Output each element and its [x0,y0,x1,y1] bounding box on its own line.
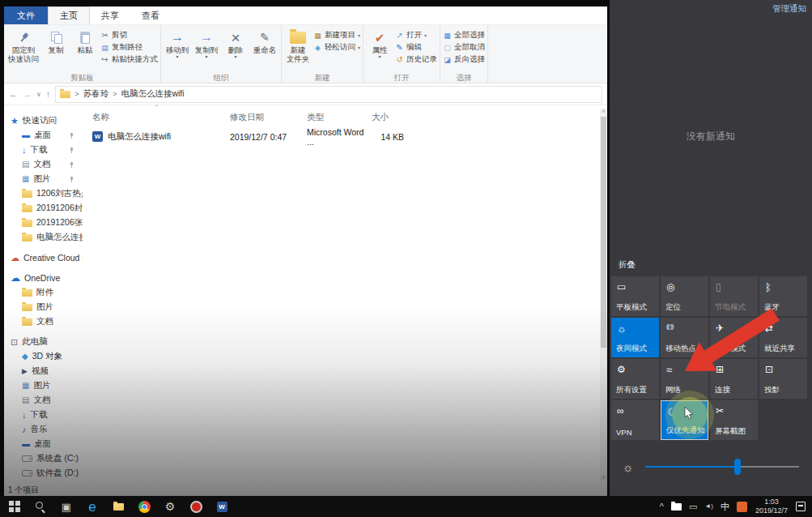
sidebar-item-pictures-pinned[interactable]: ▦图片 [4,172,83,186]
sidebar-item-quick-access[interactable]: ★快速访问 [4,113,83,128]
easy-access-button[interactable]: ◈轻松访问▾ [313,41,360,53]
sidebar-item-documents[interactable]: ▤文档 [4,393,83,408]
edit-button[interactable]: ✎编辑 [395,41,437,53]
quick-action-tablet-mode[interactable]: ▭平板模式 [611,276,659,316]
sidebar-item-desktop[interactable]: ▬桌面 [4,437,83,451]
search-button[interactable] [28,496,53,517]
sidebar-item-onedrive-pictures[interactable]: 图片 [4,300,83,314]
quick-action-connect[interactable]: ⊞连接 [710,359,758,399]
brightness-slider-thumb[interactable] [734,459,741,475]
column-header-0[interactable]: 名称 [92,112,230,123]
delete-button[interactable]: ×删除▾ [222,27,249,59]
brightness-row: ☼ [610,456,812,477]
quick-action-mobile-hotspot[interactable]: ((·))移动热点 [661,318,708,357]
quick-action-night-mode[interactable]: ☼夜间模式 [611,318,659,357]
quick-action-screen-snip[interactable]: ✂屏幕截图 [710,400,758,440]
tab-file[interactable]: 文件 [4,6,48,24]
copy-to-button[interactable]: →复制到▾ [193,27,220,59]
quick-action-priority-only[interactable]: ☾仅优先通知 [661,400,708,440]
paste-shortcut-button[interactable]: ↪粘贴快捷方式 [100,53,158,66]
taskbar-clock[interactable]: 1:03 2019/12/7 [752,498,791,516]
desktop-icon: ▬ [22,440,30,448]
word-button[interactable] [209,496,235,517]
sidebar-item-onedrive-documents[interactable]: 文档 [4,314,83,329]
manage-notifications-link[interactable]: 管理通知 [772,3,806,15]
quick-action-battery-saver[interactable]: ▯节电模式 [710,276,758,316]
tray-chevron[interactable]: ^ [660,502,664,511]
sidebar-item-d-drive[interactable]: 软件盘 (D:) [4,466,83,481]
sidebar-item-folder-wifi[interactable]: 电脑怎么连接wif [4,230,83,245]
quick-action-bluetooth[interactable]: ᛒ蓝牙 [759,276,807,316]
select-all-button[interactable]: ▦全部选择 [443,29,485,41]
move-to-button[interactable]: →移动到▾ [164,27,191,59]
sort-ascending-icon[interactable]: ˆ [155,104,158,112]
select-none-button[interactable]: ▢全部取消 [443,41,485,53]
column-header-3[interactable]: 大小 [372,112,414,123]
quick-action-airplane-mode[interactable]: ✈飞行模式 [710,318,758,357]
tray-volume[interactable]: ◄) [704,503,713,510]
file-row[interactable]: 电脑怎么连接wifi2019/12/7 0:47Microsoft Word .… [92,126,607,147]
recent-locations-icon[interactable]: ∨ [36,91,41,98]
tray-folder[interactable] [671,503,682,511]
task-view-button[interactable]: ▣ [53,496,79,517]
quick-action-project[interactable]: ⊡投影 [759,359,807,399]
action-center-icon[interactable] [791,502,810,511]
start-button[interactable] [2,496,28,517]
quick-action-location[interactable]: ◎定位 [661,276,708,316]
recorder-button[interactable] [183,496,209,517]
column-header-1[interactable]: 修改日期 [230,112,307,123]
edge-button[interactable]: e [79,496,105,517]
up-icon[interactable]: ↑ [46,89,51,99]
cut-button[interactable]: ✂剪切 [100,29,158,41]
tab-home[interactable]: 主页 [48,6,90,24]
tab-share[interactable]: 共享 [90,6,130,24]
sidebar-item-creative-cloud[interactable]: ☁Creative Cloud F [4,250,83,265]
sidebar-item-folder-1206[interactable]: 1206刘吉热点7- [4,186,83,201]
sidebar-item-this-pc[interactable]: ⊡此电脑 [4,335,83,349]
sidebar-item-folder-20191206-cover[interactable]: 20191206封面 [4,201,83,216]
tray-sogou[interactable] [737,502,747,512]
collapse-link[interactable]: 折叠 [619,259,636,271]
tray-ime[interactable]: 中 [721,502,729,511]
copy-path-button[interactable]: ▤复制路径 [100,41,158,53]
file-explorer-button[interactable] [105,496,131,517]
back-icon[interactable]: ← [9,89,18,99]
sidebar-item-downloads-pinned[interactable]: ↓下载 [4,143,83,157]
rename-button[interactable]: ✎重命名 [251,27,278,55]
brightness-slider[interactable] [645,466,799,468]
copy-button[interactable]: 复制 [42,27,70,55]
breadcrumb-0[interactable]: 苏春玲 [83,88,109,100]
sidebar-item-3d-objects[interactable]: ◆3D 对象 [4,349,83,364]
tab-view[interactable]: 查看 [130,6,171,24]
sidebar-item-documents-pinned[interactable]: ▤文档 [4,157,83,172]
sidebar-item-onedrive-attachments[interactable]: 附件 [4,285,83,300]
sidebar-item-downloads[interactable]: ↓下载 [4,408,83,422]
sidebar-item-c-drive[interactable]: 系统盘 (C:) [4,451,83,466]
tray-display[interactable]: ▭ [689,502,697,511]
quick-action-network[interactable]: ≈网络 [661,359,708,399]
chrome-button[interactable] [131,496,157,517]
open-button[interactable]: ↗打开▾ [395,29,437,41]
new-folder-button[interactable]: 新建文件夹 [284,27,312,64]
new-item-button[interactable]: ▦新建项目▾ [313,29,360,41]
paste-button[interactable]: 粘贴 [71,27,99,55]
sidebar-item-onedrive[interactable]: ☁OneDrive [4,271,83,285]
invert-selection-button[interactable]: ◪反向选择 [443,53,485,66]
quick-action-nearby-share[interactable]: ⇄就近共享 [759,318,807,357]
address-field[interactable]: >苏春玲>电脑怎么连接wifi [55,86,602,103]
sidebar-item-desktop-pinned[interactable]: ▬桌面 [4,128,83,143]
forward-icon[interactable]: → [23,89,32,99]
sidebar-item-music[interactable]: ♪音乐 [4,422,83,437]
quick-action-vpn[interactable]: ∞VPN [611,400,659,440]
settings-button[interactable]: ⚙ [157,496,183,517]
breadcrumb-1[interactable]: 电脑怎么连接wifi [121,88,184,100]
quick-action-all-settings[interactable]: ⚙所有设置 [611,359,659,399]
sidebar-item-folder-20191206-zhang[interactable]: 20191206张晓 [4,216,83,230]
properties-button[interactable]: ✔属性▾ [366,27,393,59]
copy-path-icon: ▤ [101,45,108,52]
history-button[interactable]: ↺历史记录 [395,53,437,66]
sidebar-item-videos[interactable]: ▶视频 [4,364,83,378]
pin-to-quick-access-button[interactable]: 固定到快速访问 [6,27,40,64]
sidebar-item-pictures[interactable]: ▦图片 [4,378,83,393]
column-header-2[interactable]: 类型 [307,112,372,123]
